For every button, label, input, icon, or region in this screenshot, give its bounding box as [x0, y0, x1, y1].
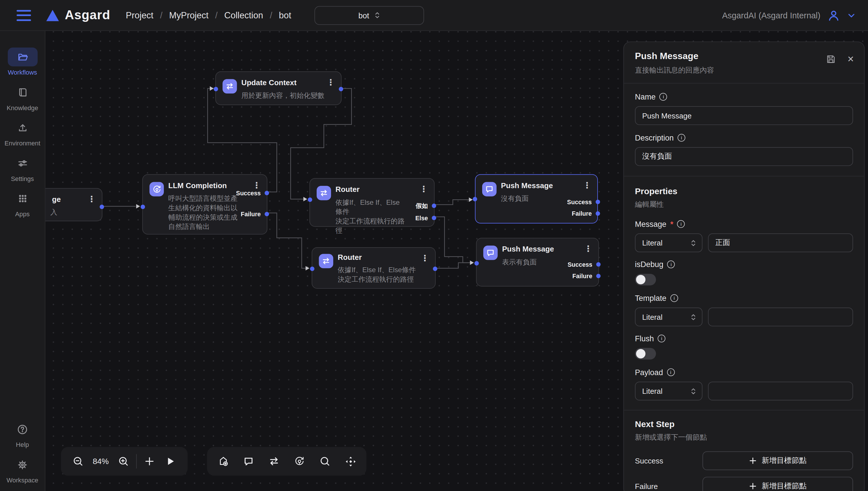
llm-tool-icon[interactable]: [291, 453, 308, 469]
panel-divider: [624, 176, 864, 176]
swap-arrows-icon: [222, 79, 237, 93]
add-target-node-button[interactable]: 新增目標節點: [702, 476, 853, 491]
sidebar-item-workflows[interactable]: Workflows: [3, 48, 43, 76]
breadcrumb-myproject[interactable]: MyProject: [169, 10, 208, 20]
help-icon: [7, 420, 37, 439]
zoom-out-button[interactable]: [70, 453, 86, 469]
hamburger-menu-icon[interactable]: [17, 10, 31, 21]
output-port[interactable]: [433, 267, 437, 271]
kebab-menu-icon[interactable]: [252, 180, 261, 191]
sidebar-item-apps[interactable]: Apps: [3, 189, 43, 218]
info-icon[interactable]: [678, 134, 685, 142]
port-success[interactable]: Success: [236, 190, 269, 196]
workflow-select[interactable]: bot: [315, 6, 424, 25]
input-port[interactable]: [141, 205, 145, 209]
info-icon[interactable]: [677, 220, 685, 228]
node-router-1[interactable]: Router 依據If、Else If、Else條件 決定工作流程執行的路徑 假…: [309, 178, 435, 227]
input-port[interactable]: [474, 261, 479, 265]
required-asterisk: *: [670, 220, 673, 229]
output-port[interactable]: [339, 87, 343, 91]
info-icon[interactable]: [670, 294, 678, 302]
template-mode-select[interactable]: Literal: [635, 308, 702, 326]
add-node-button[interactable]: [141, 453, 158, 469]
input-port[interactable]: [214, 87, 218, 91]
port-if[interactable]: 假如: [416, 203, 436, 208]
port-else[interactable]: Else: [415, 215, 436, 221]
sidebar-item-knowledge[interactable]: Knowledge: [3, 83, 43, 111]
node-palette-toolbar: [207, 447, 366, 475]
user-icon[interactable]: [827, 9, 840, 22]
info-icon[interactable]: [667, 260, 675, 268]
search-icon[interactable]: [317, 453, 333, 469]
kebab-menu-icon[interactable]: [419, 184, 429, 194]
name-label: Name: [635, 92, 853, 101]
upload-icon: [7, 118, 37, 137]
template-value-field[interactable]: [708, 308, 853, 326]
close-icon[interactable]: [847, 54, 854, 64]
node-push-message-1[interactable]: Push Message 沒有負面 Success Failure: [475, 174, 598, 224]
push-message-tool-icon[interactable]: [240, 453, 257, 469]
next-step-success-label: Success: [635, 457, 663, 465]
message-mode-select[interactable]: Literal: [635, 233, 702, 252]
kebab-menu-icon[interactable]: [87, 194, 97, 204]
breadcrumb-collection[interactable]: Collection: [224, 10, 263, 20]
kebab-menu-icon[interactable]: [584, 244, 593, 254]
payload-mode-select[interactable]: Literal: [635, 382, 702, 401]
description-field[interactable]: [635, 147, 853, 166]
isdebug-toggle[interactable]: [635, 274, 656, 286]
chevron-down-icon[interactable]: [847, 11, 856, 20]
zoom-in-button[interactable]: [115, 453, 132, 469]
message-value-field[interactable]: [708, 233, 853, 252]
next-step-subtitle: 新增或選擇下一個節點: [635, 433, 853, 442]
sidebar-item-environment[interactable]: Environment: [3, 118, 43, 147]
properties-title: Properties: [635, 186, 853, 197]
node-router-2[interactable]: Router 依據If、Else If、Else條件 決定工作流程執行的路徑: [312, 247, 436, 289]
node-description: 依據If、Else If、Else條件 決定工作流程執行的路徑: [335, 198, 405, 235]
router-tool-icon[interactable]: [266, 453, 282, 469]
panel-header: Push Message 直接輸出訊息的回應內容: [624, 42, 864, 84]
llm-bulb-icon: [150, 182, 164, 196]
port-failure[interactable]: Failure: [572, 273, 601, 279]
node-update-context[interactable]: Update Context 用於更新內容，初始化變數: [215, 71, 342, 105]
flush-toggle[interactable]: [635, 348, 656, 359]
port-success[interactable]: Success: [567, 262, 600, 267]
kebab-menu-icon[interactable]: [327, 78, 335, 87]
toolbar-divider: [136, 454, 137, 468]
sidebar-item-help[interactable]: Help: [3, 420, 43, 448]
app-logo[interactable]: Asgard: [45, 8, 110, 23]
sidebar-item-settings[interactable]: Settings: [3, 154, 43, 182]
node-llm-completion[interactable]: LLM Completion 呼叫大型語言模型並產 生結構化的資料輸出以 輔助流…: [142, 174, 268, 234]
output-port[interactable]: [100, 205, 104, 209]
input-port[interactable]: [308, 197, 312, 202]
node-title: Router: [335, 185, 360, 194]
sidebar-item-workspace[interactable]: Workspace: [3, 455, 43, 483]
payload-value-field[interactable]: [708, 382, 853, 401]
kebab-menu-icon[interactable]: [583, 180, 592, 191]
info-icon[interactable]: [658, 335, 666, 342]
info-icon[interactable]: [667, 368, 675, 376]
run-workflow-button[interactable]: [162, 453, 179, 469]
breadcrumb: Project / MyProject / Collection / bot: [126, 10, 291, 20]
move-pan-icon[interactable]: [342, 453, 359, 469]
sidebar-item-label: Workspace: [7, 476, 38, 483]
chat-bubble-icon: [482, 182, 496, 196]
node-push-message-2[interactable]: Push Message 表示有負面 Success Failure: [476, 238, 599, 287]
name-field[interactable]: [635, 106, 853, 125]
node-description: 入: [50, 208, 57, 218]
breadcrumb-project[interactable]: Project: [126, 10, 153, 20]
port-success[interactable]: Success: [567, 199, 600, 204]
save-icon[interactable]: [826, 54, 836, 64]
kebab-menu-icon[interactable]: [421, 253, 430, 263]
sidebar-item-label: Settings: [11, 175, 34, 182]
notification-add-icon[interactable]: [215, 453, 232, 469]
port-failure[interactable]: Failure: [572, 211, 600, 216]
zoom-toolbar: 84%: [61, 447, 188, 475]
port-failure[interactable]: Failure: [241, 211, 269, 217]
input-port[interactable]: [473, 197, 477, 201]
breadcrumb-bot[interactable]: bot: [279, 10, 291, 20]
grid-dots-icon: [7, 189, 37, 208]
add-target-node-button[interactable]: 新增目標節點: [702, 452, 853, 470]
input-port[interactable]: [310, 267, 314, 271]
info-icon[interactable]: [660, 93, 667, 101]
triangle-logo-icon: [45, 9, 60, 22]
